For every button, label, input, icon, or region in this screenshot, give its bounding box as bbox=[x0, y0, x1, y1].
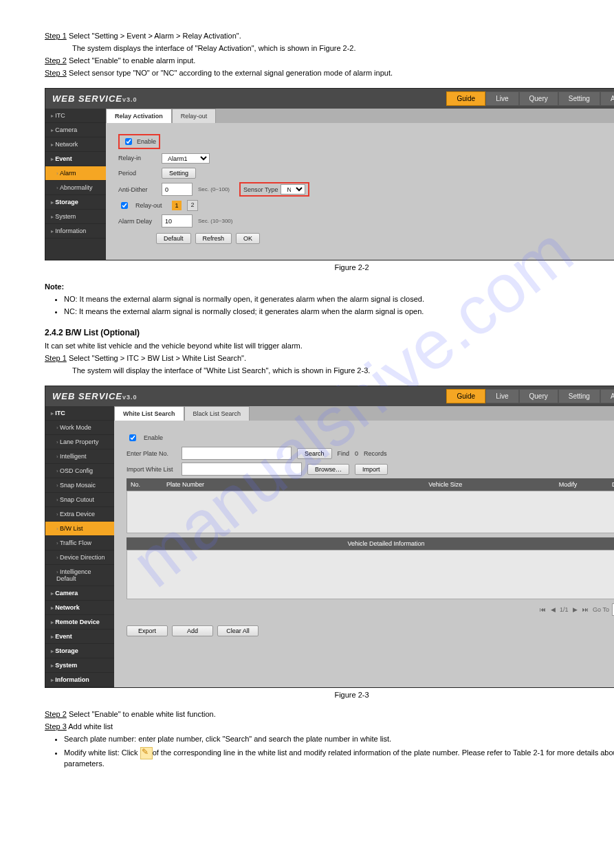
pager-next-icon[interactable]: ▶ bbox=[573, 606, 578, 613]
sidebar-item-information[interactable]: Information bbox=[45, 224, 106, 238]
relay-out-1[interactable]: 1 bbox=[172, 201, 182, 210]
nav-tab-setting[interactable]: Setting bbox=[558, 91, 600, 106]
app-figure-1: WEB SERVICEv3.0 GuideLiveQuerySettingAla… bbox=[45, 88, 614, 260]
nav-tab-guide[interactable]: Guide bbox=[446, 389, 485, 403]
alarm-delay-label: Alarm Delay bbox=[118, 218, 156, 225]
relay-out-checkbox[interactable] bbox=[121, 202, 128, 209]
sidebar-item-abnormality[interactable]: Abnormality bbox=[45, 181, 106, 195]
anti-dither-input[interactable] bbox=[162, 183, 193, 196]
nav-tab-live[interactable]: Live bbox=[485, 389, 518, 403]
inner-tab-white-list[interactable]: White List Search bbox=[114, 406, 184, 421]
relay-in-label: Relay-in bbox=[118, 155, 156, 162]
sidebar-item-device-direction[interactable]: Device Direction bbox=[45, 550, 114, 565]
sidebar-item-osd-config[interactable]: OSD Config bbox=[45, 464, 114, 478]
sidebar-item-extra-device[interactable]: Extra Device bbox=[45, 507, 114, 522]
records-label: Records bbox=[364, 450, 387, 457]
table-header: No. Plate Number Vehicle Size Modify Del… bbox=[127, 478, 614, 491]
sidebar-item-alarm[interactable]: Alarm bbox=[45, 166, 106, 181]
bw-step1-line: Step 1 Select "Setting > ITC > BW List >… bbox=[45, 354, 614, 362]
import-list-label: Import White List bbox=[127, 466, 176, 473]
sensor-type-highlight: Sensor Type NC bbox=[239, 182, 309, 197]
app-figure-2: WEB SERVICEv3.0 GuideLiveQuerySettingAla… bbox=[45, 386, 614, 688]
sidebar-item-camera[interactable]: Camera bbox=[45, 586, 114, 601]
anti-dither-label: Anti-Dither bbox=[118, 186, 156, 193]
enable-highlight: Enable bbox=[118, 134, 160, 149]
sidebar-item-system[interactable]: System bbox=[45, 210, 106, 224]
figure-1-caption: Figure 2-2 bbox=[45, 263, 614, 271]
default-button[interactable]: Default bbox=[156, 233, 191, 244]
step1-line: Step 1 Select "Setting > Event > Alarm >… bbox=[45, 32, 614, 40]
inner-tab-relay-activation[interactable]: Relay Activation bbox=[106, 109, 172, 123]
relay-in-select[interactable]: Alarm1 bbox=[162, 153, 210, 164]
inner-tab-black-list[interactable]: Black List Search bbox=[184, 406, 250, 421]
sidebar-item-system[interactable]: System bbox=[45, 658, 114, 673]
pager-first-icon[interactable]: ⏮ bbox=[540, 606, 546, 613]
search-button[interactable]: Search bbox=[297, 448, 332, 459]
relay-out-label: Relay-out bbox=[135, 202, 166, 209]
nav-tab-query[interactable]: Query bbox=[519, 91, 558, 106]
sidebar-item-snap-cutout[interactable]: Snap Cutout bbox=[45, 493, 114, 507]
add-button[interactable]: Add bbox=[172, 625, 213, 636]
anti-dither-hint: Sec. (0~100) bbox=[198, 186, 230, 192]
sidebar-item-traffic-flow[interactable]: Traffic Flow bbox=[45, 536, 114, 550]
sidebar-item-event[interactable]: Event bbox=[45, 152, 106, 166]
pager-text: 1/1 bbox=[560, 606, 569, 613]
relay-out-2[interactable]: 2 bbox=[187, 200, 198, 211]
sidebar-item-intelligent[interactable]: Intelligent bbox=[45, 449, 114, 464]
pager-last-icon[interactable]: ⏭ bbox=[582, 606, 589, 613]
detail-body bbox=[127, 550, 614, 599]
nav-tab-live[interactable]: Live bbox=[485, 91, 518, 106]
nav-tab-alarm[interactable]: Alarm bbox=[600, 389, 614, 403]
sidebar-item-lane-property[interactable]: Lane Property bbox=[45, 435, 114, 449]
sidebar-item-network[interactable]: Network bbox=[45, 137, 106, 152]
export-button[interactable]: Export bbox=[127, 625, 168, 636]
sidebar-item-remote-device[interactable]: Remote Device bbox=[45, 615, 114, 630]
note-item-2: NC: It means the external alarm signal i… bbox=[64, 307, 614, 315]
sidebar-item-storage[interactable]: Storage bbox=[45, 195, 106, 210]
clear-all-button[interactable]: Clear All bbox=[217, 625, 259, 636]
sidebar-item-itc[interactable]: ITC bbox=[45, 406, 114, 421]
period-label: Period bbox=[118, 170, 156, 177]
bw-step2-line: Step 2 Select "Enable" to enable white l… bbox=[45, 710, 614, 718]
edit-icon bbox=[140, 747, 153, 759]
figure-2-caption: Figure 2-3 bbox=[45, 691, 614, 699]
sidebar-item-event[interactable]: Event bbox=[45, 630, 114, 644]
sidebar-item-intelligence-default[interactable]: Intelligence Default bbox=[45, 565, 114, 586]
alarm-delay-hint: Sec. (10~300) bbox=[198, 218, 232, 224]
plate-input[interactable] bbox=[182, 447, 292, 460]
nav-tab-setting[interactable]: Setting bbox=[558, 389, 600, 403]
sidebar-item-network[interactable]: Network bbox=[45, 601, 114, 615]
refresh-button[interactable]: Refresh bbox=[195, 233, 232, 244]
sidebar-item-itc[interactable]: ITC bbox=[45, 109, 106, 123]
setting-button[interactable]: Setting bbox=[162, 168, 196, 179]
step3-line: Step 3 Select sensor type "NO" or "NC" a… bbox=[45, 69, 614, 77]
enter-plate-label: Enter Plate No. bbox=[127, 450, 176, 457]
sidebar-item-b-w-list[interactable]: B/W List bbox=[45, 522, 114, 536]
bw-intro: It can set white list vehicle and the ve… bbox=[45, 342, 614, 350]
note-heading: Note: bbox=[45, 282, 614, 291]
inner-tab-relay-out[interactable]: Relay-out bbox=[172, 109, 217, 123]
alarm-delay-input[interactable] bbox=[162, 214, 193, 227]
ok-button[interactable]: OK bbox=[236, 233, 260, 244]
nav-tab-alarm[interactable]: Alarm bbox=[600, 91, 614, 106]
browse-button[interactable]: Browse… bbox=[307, 464, 349, 475]
pager-prev-icon[interactable]: ◀ bbox=[551, 606, 556, 613]
import-path-input[interactable] bbox=[182, 463, 302, 476]
step2-line: Step 2 Select "Enable" to enable alarm i… bbox=[45, 56, 614, 65]
enable-checkbox[interactable] bbox=[125, 138, 132, 145]
enable-checkbox-2[interactable] bbox=[129, 434, 136, 441]
sensor-type-label: Sensor Type bbox=[243, 186, 278, 193]
import-button[interactable]: Import bbox=[355, 464, 388, 475]
sidebar-item-storage[interactable]: Storage bbox=[45, 644, 114, 658]
pager: ⏮ ◀ 1/1 ▶ ⏭ Go To ➜ bbox=[127, 599, 614, 620]
sidebar-item-snap-mosaic[interactable]: Snap Mosaic bbox=[45, 478, 114, 493]
nav-tab-guide[interactable]: Guide bbox=[446, 91, 485, 106]
sidebar-item-information[interactable]: Information bbox=[45, 673, 114, 687]
sidebar-item-work-mode[interactable]: Work Mode bbox=[45, 421, 114, 435]
table-body bbox=[127, 491, 614, 533]
nav-tab-query[interactable]: Query bbox=[519, 389, 558, 403]
sensor-type-select[interactable]: NC bbox=[281, 184, 305, 194]
sidebar-item-camera[interactable]: Camera bbox=[45, 123, 106, 137]
bw-step1-result: The system will display the interface of… bbox=[72, 366, 614, 375]
find-count: 0 bbox=[355, 450, 358, 457]
